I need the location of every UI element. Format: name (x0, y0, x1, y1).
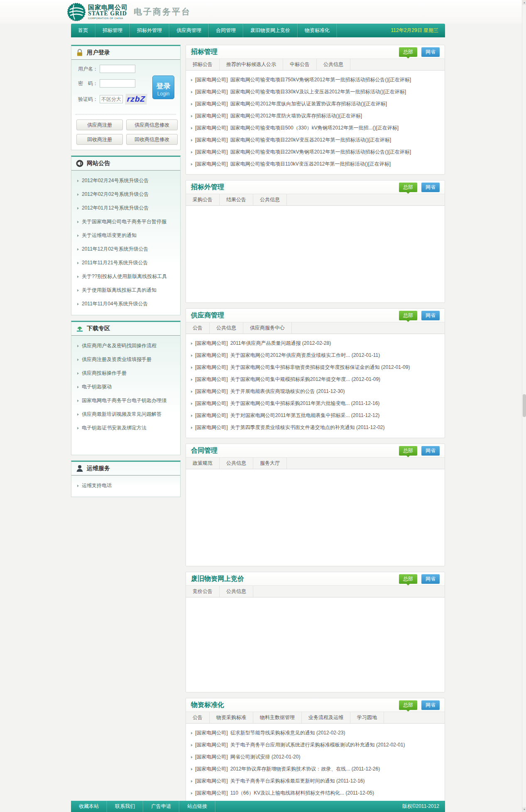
vertical-scrollbar[interactable]: ▲ ▼ (522, 0, 526, 812)
login-button[interactable]: 登录 Login (152, 76, 174, 99)
nav-item[interactable]: 合同管理 (209, 24, 243, 37)
footer-link[interactable]: 联系我们 (107, 801, 143, 812)
announcement-link[interactable]: 2012年02月24号系统升级公告 (71, 174, 180, 188)
download-link[interactable]: 供应商用户名及密码找回操作流程 (71, 339, 180, 353)
section-tab[interactable]: 业务流程及运维 (302, 712, 350, 723)
section-tab[interactable]: 物料主数据管理 (253, 712, 302, 723)
announcement-link[interactable]: 关于运维电话变更的通知 (71, 229, 180, 242)
list-item[interactable]: [国家电网公司] 国家电网公司输变电项目220kV角钢塔2012年第一批招标活动… (186, 146, 445, 158)
list-item[interactable]: [国家电网公司] 国家电网公司2012年度防火墙协议库存招标活动()[正在评标] (186, 110, 445, 122)
list-item[interactable]: [国家电网公司] 110（66）KV及以上输电线路材料招标文件结构化... (2… (186, 787, 445, 799)
section-tab[interactable]: 公告 (186, 712, 210, 723)
section-tab[interactable]: 竞价公告 (186, 586, 220, 597)
list-item[interactable]: [国家电网公司] 国家电网公司输变电项目500（330）kV角钢塔2012年第一… (186, 122, 445, 134)
register-button[interactable]: 回收商注册 (76, 134, 123, 145)
section-tab[interactable]: 供应商服务中心 (243, 322, 292, 334)
register-button[interactable]: 供应商注册 (76, 119, 123, 130)
download-link[interactable]: 电子钥匙证书安装及绑定方法 (71, 421, 180, 435)
section-tab[interactable]: 物资采购标准 (210, 712, 253, 723)
ops-link[interactable]: 运维支持电话 (71, 479, 180, 493)
province-badge[interactable]: 网省 (421, 574, 440, 584)
download-link[interactable]: 供应商最新培训视频及常见问题解答 (71, 407, 180, 421)
section-tab[interactable]: 公共信息 (317, 59, 350, 70)
nav-item[interactable]: 招标管理 (95, 24, 130, 37)
hq-badge[interactable]: 总部 (399, 574, 417, 584)
list-item[interactable]: [国家电网公司] 关于电子商务平台应用测试系统进行采购标准模板测试的补充通知 (… (186, 739, 445, 751)
province-badge[interactable]: 网省 (421, 183, 440, 192)
list-item[interactable]: [国家电网公司] 征求新型节能导线采购标准意见的通知 (2012-02-23) (186, 727, 445, 739)
captcha-input[interactable] (100, 95, 123, 103)
footer-link[interactable]: 站点链接 (179, 801, 215, 812)
list-item[interactable]: [国家电网公司] 国家电网公司输变电项目750kV角钢塔2012年第一批招标活动… (186, 74, 445, 86)
section-tab[interactable]: 公共信息 (253, 194, 287, 205)
announcement-link[interactable]: 2011年12月02号系统升级公告 (71, 242, 180, 256)
footer-link[interactable]: 广告申请 (143, 801, 179, 812)
list-item[interactable]: [国家电网公司] 国家电网公司输变电项目220kV变压器2012年第一批招标活动… (186, 134, 445, 146)
hq-badge[interactable]: 总部 (399, 446, 417, 456)
scroll-down-arrow-icon[interactable]: ▼ (522, 807, 526, 812)
download-link[interactable]: 供应商投标操作手册 (71, 366, 180, 380)
list-item[interactable]: [国家电网公司] 关于第四季度资质业绩核实书面文件递交地点的补充通知 (2011… (186, 422, 445, 434)
province-badge[interactable]: 网省 (421, 446, 440, 456)
province-badge[interactable]: 网省 (421, 47, 440, 57)
section-tab[interactable]: 招标公告 (186, 59, 220, 70)
section-tab[interactable]: 中标公告 (283, 59, 317, 70)
list-item[interactable]: [国家电网公司] 关于国家电网公司2012年供应商资质业绩核实工作时... (2… (186, 349, 445, 361)
announcement-link[interactable]: 关于国家电网公司电子商务平台暂停服 (71, 215, 180, 229)
section-tab[interactable]: 学习园地 (350, 712, 384, 723)
hq-badge[interactable]: 总部 (399, 47, 417, 57)
list-item[interactable]: [国家电网公司] 关于电子商务平台采购标准最后更新时间的通知 (2011-12-… (186, 775, 445, 787)
province-badge[interactable]: 网省 (421, 311, 440, 320)
list-item[interactable]: [国家电网公司] 国家电网公司2012年度纵向加密认证装置协议库存招标活动()[… (186, 98, 445, 110)
password-input[interactable] (100, 79, 135, 88)
login-title: 用户登录 (87, 49, 110, 56)
username-input[interactable] (100, 65, 135, 73)
hq-badge[interactable]: 总部 (399, 700, 417, 710)
announcement-link[interactable]: 2012年01月12号系统升级公告 (71, 201, 180, 215)
section-tab[interactable]: 采购公告 (186, 194, 220, 205)
section-tab[interactable]: 公共信息 (220, 586, 253, 597)
list-item[interactable]: [国家电网公司] 关于国家电网公司集中招标采购2011年第六批输变电... (2… (186, 397, 445, 410)
section-tab[interactable]: 政策规范 (186, 458, 220, 469)
list-item[interactable]: [国家电网公司] 2012年协议库存新增物资采购技术协议：故录、在线... (2… (186, 763, 445, 775)
announcement-link[interactable]: 2011年11月04号系统升级公告 (71, 297, 180, 311)
section-tab[interactable]: 公共信息 (220, 458, 253, 469)
list-item[interactable]: [国家电网公司] 国家电网公司输变电项目330kV及以上变压器2012年第一批招… (186, 86, 445, 98)
bullet-icon (191, 354, 193, 357)
announcement-link[interactable]: 关于??别投标人使用新版离线投标工具 (71, 270, 180, 283)
list-item[interactable]: [国家电网公司] 关于开展电能表供应商现场核实的公告 (2011-12-30) (186, 385, 445, 397)
nav-item[interactable]: 招标外管理 (130, 24, 169, 37)
section-tab[interactable]: 服务大厅 (253, 458, 287, 469)
list-item[interactable]: [国家电网公司] 网省公司测试安排 (2012-01-20) (186, 751, 445, 763)
item-title: 国家电网公司2012年度防火墙协议库存招标活动()[正在评标] (230, 112, 362, 119)
nav-item[interactable]: 首页 (71, 24, 95, 37)
scrollbar-thumb[interactable] (523, 394, 526, 417)
scroll-up-arrow-icon[interactable]: ▲ (522, 0, 526, 5)
list-item[interactable]: [国家电网公司] 关于国家电网公司集中招标非物资类招标提交年度投标保证金的通知 … (186, 361, 445, 373)
register-button[interactable]: 回收商信息修改 (126, 134, 178, 145)
download-link[interactable]: 供应商注册及资质业绩填报手册 (71, 353, 180, 366)
province-badge[interactable]: 网省 (421, 700, 440, 710)
hq-badge[interactable]: 总部 (399, 183, 417, 192)
register-button[interactable]: 供应商信息修改 (126, 119, 178, 130)
hq-badge[interactable]: 总部 (399, 311, 417, 320)
section-tab[interactable]: 公告 (186, 322, 210, 334)
list-item[interactable]: [国家电网公司] 2011年供应商产品质量问题通报 (2012-02-28) (186, 337, 445, 349)
nav-item[interactable]: 废旧物资网上竞价 (243, 24, 298, 37)
list-item[interactable]: [国家电网公司] 国家电网公司输变电项目110kV变压器2012年第一批招标活动… (186, 158, 445, 170)
download-link[interactable]: 电子钥匙驱动 (71, 380, 180, 394)
section-tab[interactable]: 公共信息 (210, 322, 243, 334)
announcement-link[interactable]: 关于使用新版离线投标工具的通知 (71, 283, 180, 297)
list-item[interactable]: [国家电网公司] 关于国家电网公司集中规模招标采购2012年提交年度... (2… (186, 373, 445, 385)
list-item[interactable]: [国家电网公司] 关于对国家电网公司2011年第五批电能表集中招标采... (2… (186, 410, 445, 422)
section-body (186, 206, 445, 302)
footer-link[interactable]: 收藏本站 (71, 801, 107, 812)
nav-item[interactable]: 物资标准化 (298, 24, 337, 37)
section-tab[interactable]: 推荐的中标候选人公示 (220, 59, 283, 70)
download-link[interactable]: 国家电网电子商务平台电子钥匙办理须 (71, 394, 180, 407)
announcement-link[interactable]: 2012年02月02号系统升级公告 (71, 188, 180, 201)
announcement-link[interactable]: 2011年11月21号系统升级公告 (71, 256, 180, 270)
section-tab[interactable]: 结果公告 (220, 194, 253, 205)
nav-item[interactable]: 供应商管理 (169, 24, 209, 37)
captcha-image[interactable]: rzbZ (125, 94, 147, 105)
